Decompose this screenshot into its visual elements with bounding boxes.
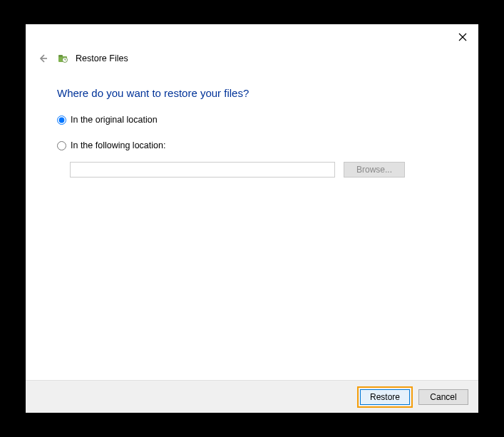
dialog-window: Restore Files Where do you want to resto… bbox=[26, 24, 478, 413]
restore-highlight: Restore bbox=[357, 386, 413, 408]
radio-original-input[interactable] bbox=[57, 115, 66, 125]
restore-button[interactable]: Restore bbox=[360, 389, 410, 405]
cancel-button[interactable]: Cancel bbox=[418, 389, 468, 405]
svg-rect-4 bbox=[58, 55, 63, 57]
radio-following-input[interactable] bbox=[57, 141, 66, 150]
back-arrow-icon bbox=[38, 53, 48, 63]
radio-following-location[interactable]: In the following location: bbox=[57, 140, 447, 150]
radio-original-label: In the original location bbox=[71, 115, 158, 125]
close-button[interactable] bbox=[456, 30, 470, 44]
app-title: Restore Files bbox=[76, 53, 128, 63]
location-row: Browse... bbox=[57, 162, 447, 178]
footer: Restore Cancel bbox=[26, 380, 478, 413]
browse-button: Browse... bbox=[344, 162, 405, 178]
radio-original-location[interactable]: In the original location bbox=[57, 115, 447, 125]
restore-files-icon bbox=[57, 53, 68, 64]
close-icon bbox=[458, 33, 467, 41]
back-button[interactable] bbox=[36, 51, 50, 66]
header: Restore Files bbox=[26, 24, 478, 66]
page-heading: Where do you want to restore your files? bbox=[57, 87, 447, 99]
radio-following-label: In the following location: bbox=[71, 140, 165, 150]
content-area: Where do you want to restore your files?… bbox=[26, 66, 478, 380]
location-input[interactable] bbox=[70, 162, 335, 178]
